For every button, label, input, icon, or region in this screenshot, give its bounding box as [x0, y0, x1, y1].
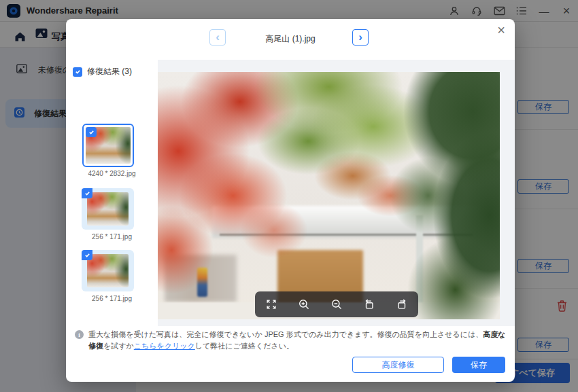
- repair-notice-text: 重大な損傷を受けた写真は、完全に修復できないか JPEG 形式でのみ出力できます…: [88, 329, 509, 352]
- repair-notice: i 重大な損傷を受けた写真は、完全に修復できないか JPEG 形式でのみ出力でき…: [75, 329, 509, 352]
- next-image-button[interactable]: ›: [352, 29, 369, 46]
- rotate-left-icon[interactable]: [360, 296, 378, 313]
- photo-autumn-foliage: [158, 72, 500, 319]
- modal-close-button[interactable]: ×: [494, 20, 508, 39]
- thumbnail-item[interactable]: [82, 188, 134, 230]
- thumbnail-label: 4240 * 2832.jpg: [66, 170, 158, 177]
- thumbnail-label: 256 * 171.jpg: [66, 295, 158, 302]
- thumbnail-panel: 修復結果 (3) 4240 * 2832.jpg 256 * 171.jpg 2…: [66, 60, 158, 326]
- advanced-repair-button[interactable]: 高度修復: [352, 357, 444, 373]
- chevron-right-icon: ›: [358, 31, 362, 43]
- image-viewer: [158, 60, 515, 326]
- chevron-left-icon: ‹: [216, 31, 220, 43]
- preview-filename: 高尾山 (1).jpg: [236, 33, 345, 45]
- zoom-out-icon[interactable]: [328, 296, 345, 313]
- notice-part1: 重大な損傷を受けた写真は、完全に修復できないか JPEG 形式でのみ出力できます…: [88, 330, 483, 338]
- thumbnail-label: 256 * 171.jpg: [66, 233, 158, 240]
- preview-modal: × ‹ 高尾山 (1).jpg › 修復結果 (3) 4240 * 2832.j…: [66, 19, 515, 382]
- notice-part2: を試すか: [103, 342, 134, 350]
- previous-image-button[interactable]: ‹: [209, 29, 226, 46]
- thumbnail-image: [87, 192, 129, 226]
- preview-photo: [158, 72, 500, 319]
- notice-part3: して弊社にご連絡ください。: [195, 342, 294, 350]
- thumbnail-image: [87, 254, 129, 287]
- close-icon: ×: [497, 22, 505, 37]
- checkbox-checked-icon[interactable]: [73, 67, 82, 77]
- checkbox-checked-icon[interactable]: [86, 127, 97, 137]
- thumbnail-item[interactable]: [82, 250, 134, 291]
- rotate-right-icon[interactable]: [393, 296, 411, 313]
- fullscreen-icon[interactable]: [262, 296, 280, 313]
- info-icon: i: [75, 330, 84, 339]
- checkbox-checked-icon[interactable]: [82, 250, 92, 260]
- checkbox-checked-icon[interactable]: [82, 188, 92, 198]
- results-count-label: 修復結果 (3): [87, 66, 132, 77]
- viewer-toolbar: [255, 291, 418, 317]
- zoom-in-icon[interactable]: [295, 296, 313, 313]
- results-select-all-row[interactable]: 修復結果 (3): [73, 66, 132, 77]
- thumbnail-item-selected[interactable]: [82, 124, 134, 167]
- modal-save-button[interactable]: 保存: [452, 357, 505, 373]
- contact-link[interactable]: こちらをクリック: [134, 342, 195, 350]
- app-root: Wondershare Repairit — ×: [0, 0, 578, 392]
